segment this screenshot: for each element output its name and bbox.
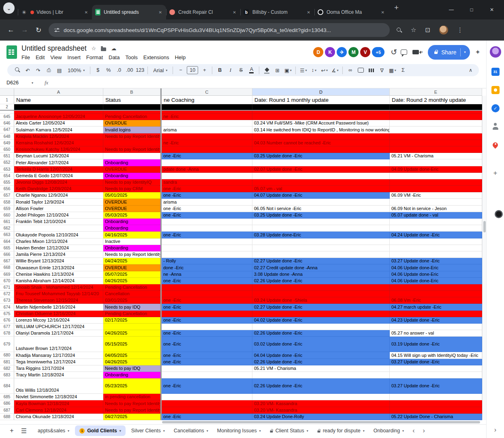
grid-cell[interactable] [390, 365, 482, 372]
grid-cell[interactable]: Oluwaseun Erinle 12/13/2024 [14, 264, 103, 271]
grid-cell[interactable] [14, 111, 103, 114]
collapse-side-panel-icon[interactable]: › [494, 426, 496, 434]
grid-cell[interactable]: Pending Cancellation [103, 311, 160, 317]
row-number[interactable]: 663 [0, 232, 14, 238]
row-number[interactable]: 666 [0, 251, 14, 258]
grid-cell[interactable] [252, 324, 390, 330]
grid-cell[interactable] [252, 219, 390, 225]
row-number[interactable]: 645 [0, 114, 14, 120]
tab-close-icon[interactable]: ✕ [84, 9, 89, 15]
grid-cell[interactable]: Ronald Taylor 12/9/2024 [14, 199, 103, 205]
grid-cell[interactable]: 02.26 Update done -Eric [252, 378, 390, 394]
grid-cell[interactable] [252, 146, 390, 153]
tasks-icon[interactable]: ✓ [491, 104, 500, 112]
grid-cell[interactable]: 04/26/2025 [103, 330, 160, 337]
grid-cell[interactable] [252, 284, 390, 291]
grid-cell[interactable] [390, 311, 482, 317]
grid-cell[interactable] [103, 140, 160, 146]
row-number[interactable]: 656 [0, 186, 14, 192]
grid-cell[interactable]: Terkeila D Harris 12/07/2024 [14, 166, 103, 173]
collapse-toolbar-icon[interactable]: ∧ [469, 67, 474, 73]
grid-cell[interactable] [390, 114, 482, 120]
grid-cell[interactable]: 03.24 VM Full/SMS -Mike (CRM Account Pas… [252, 120, 390, 127]
add-icon[interactable]: + [491, 169, 500, 177]
grid-cell[interactable]: Needs to pay Report Identity [103, 400, 160, 407]
grid-cell[interactable]: done -Eric [162, 264, 252, 271]
grid-cell[interactable]: Onboarding [103, 173, 160, 179]
grid-cell[interactable] [390, 159, 482, 166]
grid-cell[interactable]: Pending Cancellation [103, 114, 160, 120]
grid-cell[interactable] [252, 291, 390, 297]
collaborator-avatar[interactable]: V [360, 47, 370, 57]
grid-cell[interactable]: 04/27/2025 [103, 414, 160, 420]
grid-cell[interactable]: Peter Alexander 12/7/2024 [14, 159, 103, 166]
grid-cell[interactable]: Name [14, 96, 103, 104]
row-number[interactable]: 687 [0, 407, 14, 414]
grid-cell[interactable]: Kerraina Roshahid 12/6/2024 [14, 140, 103, 146]
grid-cell[interactable] [390, 219, 482, 225]
grid-cell[interactable] [162, 159, 252, 166]
grid-cell[interactable] [162, 365, 252, 372]
row-number[interactable]: 681 [0, 359, 14, 365]
grid-cell[interactable]: one -Eric [162, 186, 252, 192]
grid-cell[interactable]: Alexis Carter 12/05/2024 [14, 120, 103, 127]
grid-cell[interactable]: Havien Bender 12/12/2024 [14, 245, 103, 251]
collaborator-avatar[interactable]: ✈ [337, 47, 347, 57]
grid-cell[interactable] [103, 111, 160, 114]
grid-cell[interactable]: 03.19 Update done -Eric [390, 337, 482, 352]
grid-cell[interactable] [252, 251, 390, 258]
format-number-icon[interactable]: 123 [135, 65, 145, 75]
grid-cell[interactable]: sandra [162, 179, 252, 186]
row-number[interactable]: 652 [0, 159, 14, 166]
share-button[interactable]: Share ▾ [428, 45, 470, 60]
menu-insert[interactable]: Insert [64, 54, 83, 61]
grid-cell[interactable]: 04.04 Update done -Eric [252, 352, 390, 359]
grid-cell[interactable]: Needs to pay IDQ [103, 304, 160, 310]
grid-cell[interactable]: arisma [162, 199, 252, 205]
browser-tab[interactable]: ✳Videos | Libr✕ [18, 5, 92, 19]
grid-cell[interactable]: 05/03/2025 [103, 212, 160, 219]
gemini-sparkle-icon[interactable]: ✦ [475, 48, 481, 56]
grid-cell[interactable]: 03.28 Update done-Eric [252, 232, 390, 238]
grid-cell[interactable]: 03.25 Update done -Eric [252, 153, 390, 159]
sheet-tab[interactable]: ready for dispute▾ [313, 424, 369, 437]
grid-cell[interactable] [390, 372, 482, 378]
grid-cell[interactable]: 02.27 Update done -Eric [252, 258, 390, 264]
grid-cell[interactable] [103, 104, 160, 110]
grid-cell[interactable]: Novlet Simmonette 12/18/2024 [14, 394, 103, 400]
grid-cell[interactable]: 06.09 VM -Eric [390, 192, 482, 199]
back-button[interactable]: ← [4, 23, 18, 37]
grid-cell[interactable]: 02.26 Update done -Eric [252, 278, 390, 284]
grid-cell[interactable]: Theresa Stevenson 12/15/2024 [14, 297, 103, 304]
row-number[interactable]: 655 [0, 179, 14, 186]
row-number[interactable]: 680 [0, 352, 14, 359]
sheet-tab[interactable]: Onboarding▾ [369, 424, 408, 437]
grid-cell[interactable]: 05.07 update done - val [390, 212, 482, 219]
calendar-icon[interactable]: 31 [491, 68, 500, 76]
grid-cell[interactable]: Needs to pay Report Identity [103, 146, 160, 153]
grid-cell[interactable]: Onboarding [103, 219, 160, 225]
grid-cell[interactable]: Fnu Touseef Mohammed Tayyab 12/14/20 [14, 291, 103, 297]
menu-view[interactable]: View [47, 54, 64, 61]
row-number[interactable]: 667 [0, 258, 14, 264]
close-button[interactable]: ✕ [488, 7, 496, 13]
grid-cell[interactable]: Keith Dandridge 12/09/2024 [14, 186, 103, 192]
sheet-tab[interactable]: appts&sales▾ [33, 424, 74, 437]
sheet-tab[interactable]: Monitoring Issues▾ [213, 424, 265, 437]
sheet-tab[interactable]: Silver Clients▾ [127, 424, 169, 437]
grid-cell[interactable]: 02.27 Update done -Eric [252, 304, 390, 310]
grid-cell[interactable]: OVERDUE [103, 264, 160, 271]
sheet-tab[interactable]: 1Gold Clients▾ [75, 425, 126, 436]
star-icon[interactable]: ☆ [92, 45, 96, 52]
bookmark-icon[interactable]: ☆ [411, 26, 416, 34]
text-color-icon[interactable]: A [246, 65, 256, 75]
grid-cell[interactable]: one -Eric [162, 378, 252, 394]
grid-cell[interactable]: Kayla Bowman 12/18/2024 [14, 400, 103, 407]
grid-cell[interactable]: Lorenzo Mccoy 12/16/2024 [14, 317, 103, 324]
grid-cell[interactable] [390, 140, 482, 146]
grid-cell[interactable]: 02.27 Credit update done -Anna [252, 264, 390, 271]
grid-cell[interactable] [390, 251, 482, 258]
grid-cell[interactable]: 04/26/2025 [103, 278, 160, 284]
row-number[interactable]: 650 [0, 146, 14, 153]
grid-cell[interactable]: ne -Anna [162, 271, 252, 278]
